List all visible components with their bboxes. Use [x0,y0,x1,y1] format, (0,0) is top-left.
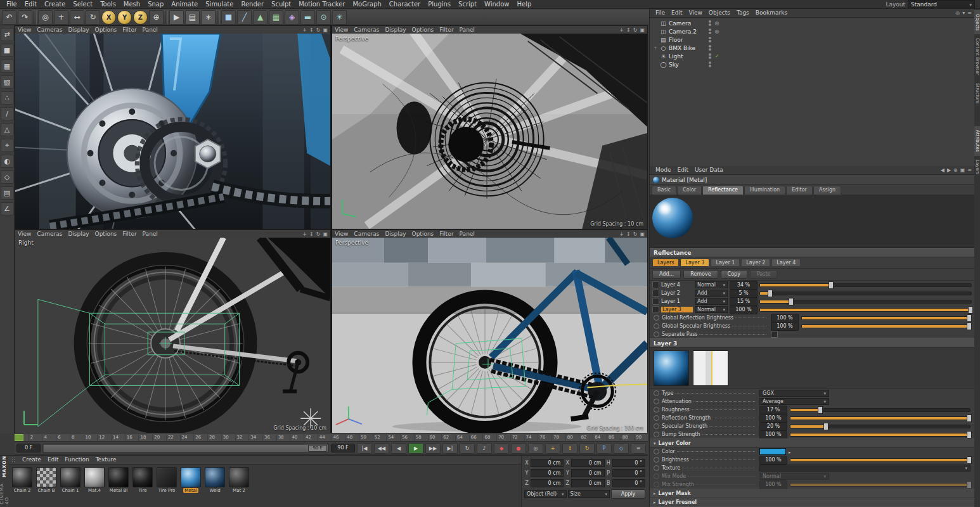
prev-key-button[interactable]: ◀◀ [374,443,389,454]
axis-x-lock-button[interactable]: X [101,10,116,25]
layer-strength-slider[interactable] [759,300,972,304]
record-scale-toggle[interactable]: ↕ [562,443,577,454]
attribute-menu-item[interactable]: Mode [652,166,674,174]
menu-item[interactable]: Motion Tracker [295,0,349,9]
move-icon[interactable]: + [54,10,68,25]
material-thumbnail[interactable] [60,467,81,487]
layer-blend-mode-select[interactable]: Normal [695,306,728,313]
goto-start-button[interactable]: |◀ [357,443,372,454]
loop-button[interactable]: ↻ [460,443,475,454]
axis-y-lock-button[interactable]: Y [117,10,132,25]
make-editable-icon[interactable]: ⇄ [1,28,14,41]
viewport-menu-item[interactable]: Cameras [354,26,379,34]
object-manager-menu-item[interactable]: Bookmarks [752,9,790,17]
object-tag-icon[interactable]: ✓ [713,53,721,59]
apply-button[interactable]: Apply [611,489,645,499]
reflectance-layer-row[interactable]: Layer 3 Normal 100 % [650,305,974,314]
zoom-view-icon[interactable]: ↕ [309,231,314,237]
layer-name[interactable]: Layer 3 [661,307,693,312]
environment-button[interactable]: ▬ [300,10,315,25]
material-thumbnail[interactable] [108,467,129,487]
side-tab[interactable]: Layers [974,156,980,178]
material-tab[interactable]: Editor [786,186,813,195]
layer-strength-field[interactable]: 5 % [730,289,758,298]
pan-view-icon[interactable]: + [302,231,307,237]
material-thumbnail[interactable] [205,467,225,487]
edges-mode-icon[interactable]: ∕ [1,107,14,120]
material-preview[interactable] [652,198,693,238]
layout-select[interactable]: Standard [908,0,975,8]
param-value-field[interactable]: 100 % [771,314,799,323]
param-value-field[interactable]: 100 % [759,414,787,423]
param-circle-icon[interactable] [654,432,659,437]
camera-button[interactable]: ⊙ [316,10,331,25]
menu-item[interactable]: Help [513,0,536,9]
om-menu-icon[interactable]: ≡ [967,10,972,16]
viewport-menu-item[interactable]: Filter [122,26,136,34]
material-menu-item[interactable]: Function [61,456,92,464]
spline-pen-button[interactable]: ╱ [237,10,252,25]
texture-mode-icon[interactable]: ▦ [1,60,14,73]
visibility-dots[interactable] [709,45,711,51]
viewport-solo-icon[interactable]: ◐ [1,155,14,168]
material-menu-item[interactable]: Edit [44,456,61,464]
viewport-menu-item[interactable]: Display [68,26,89,34]
chevron-right-icon[interactable] [789,448,791,455]
pan-view-icon[interactable]: + [619,231,624,237]
param-slider[interactable] [790,425,970,428]
menu-item[interactable]: Tools [96,0,120,9]
object-row[interactable]: ◫ Camera.2 ◎ [650,27,974,35]
layer-name[interactable]: Layer 4 [661,282,693,288]
toolbar-separator[interactable] [165,11,168,24]
object-name[interactable]: Light [669,53,706,60]
texture-select[interactable] [759,465,970,472]
layer-action-button[interactable]: Paste [750,270,778,279]
material-item[interactable]: Metal Bl [108,467,129,493]
coord-position-field[interactable]: 0 cm [531,459,564,467]
layer-enable-checkbox[interactable] [652,290,659,297]
undo-icon[interactable]: ↶ [2,10,16,25]
color-swatch[interactable] [759,448,786,455]
timeline-options-icon[interactable]: ≡ [631,443,646,454]
material-item[interactable]: Weld [204,467,226,493]
material-tab[interactable]: Assign [813,186,841,195]
layer-action-button[interactable]: Copy [721,270,747,279]
object-name[interactable]: BMX Bike [669,45,706,51]
shaded-view-canvas[interactable]: Perspective Grid Spacing : 100 cm [332,238,647,433]
timeline-ruler[interactable]: 0 2 4 6 8 10 12 14 16 18 20 22 24 26 28 [15,433,648,442]
am-forward-icon[interactable]: ▶ [947,167,951,173]
material-tab[interactable]: Illumination [744,186,785,195]
material-item[interactable]: Mat.4 [84,467,105,493]
param-circle-icon[interactable] [654,399,659,404]
layer-strength-field[interactable]: 15 % [730,297,758,306]
object-tag-icon[interactable]: ◎ [713,29,721,34]
reflectance-layer-row[interactable]: Layer 1 Add 15 % [650,297,974,305]
om-filter-icon[interactable]: ▾ [962,10,965,16]
object-row[interactable]: ◫ Camera ◎ [650,19,974,27]
viewport-render[interactable]: ViewCamerasDisplayOptionsFilterPanel +↕↻… [15,25,331,229]
menu-item[interactable]: Animate [167,0,202,9]
param-slider[interactable] [801,316,970,320]
visibility-dots[interactable] [709,37,711,42]
material-thumbnail[interactable] [12,467,32,487]
zoom-view-icon[interactable]: ↕ [626,231,631,237]
attribute-menu-item[interactable]: Edit [674,166,692,174]
material-tab[interactable]: Color [677,186,702,195]
param-circle-icon[interactable] [654,449,659,454]
object-name[interactable]: Floor [669,37,706,43]
maximize-view-icon[interactable]: ▣ [640,231,645,237]
pan-view-icon[interactable]: + [619,27,624,33]
viewport-menu-item[interactable]: View [18,230,31,238]
material-thumbnail[interactable] [132,467,153,487]
model-mode-icon[interactable]: ■ [1,44,14,57]
layer-color-section-header[interactable]: Layer Color [650,439,974,447]
deformer-button[interactable]: ◈ [285,10,299,25]
material-thumbnail[interactable] [157,467,177,487]
param-circle-icon[interactable] [654,407,659,413]
viewport-menu-item[interactable]: Display [68,230,89,238]
material-tab[interactable]: Basic [652,186,676,195]
layer-strength-slider[interactable] [759,292,972,295]
collapsed-section-header[interactable]: Layer Mask [650,489,974,497]
layer-strength-field[interactable]: 34 % [730,281,758,290]
toolbar-separator[interactable] [34,11,37,24]
